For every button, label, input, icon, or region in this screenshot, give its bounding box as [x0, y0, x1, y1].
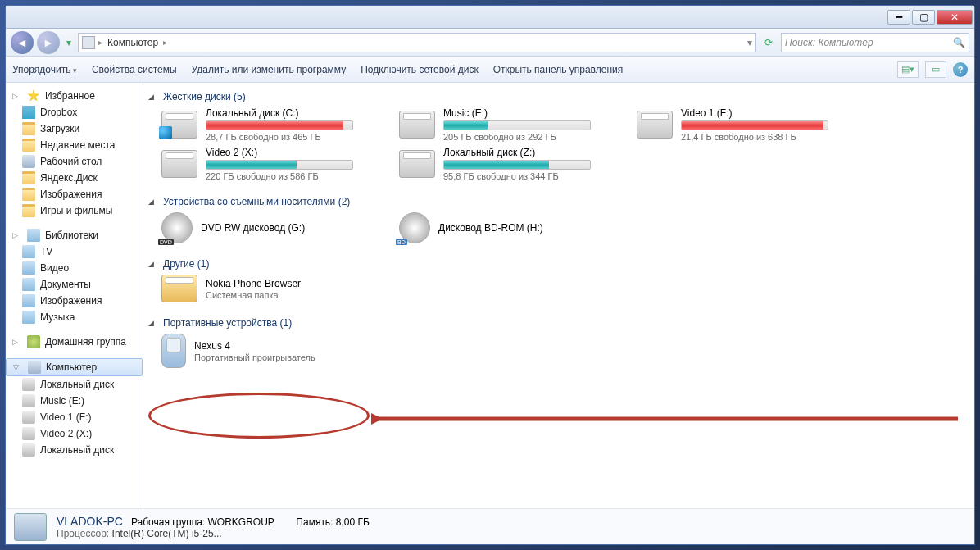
computer-icon	[28, 361, 41, 374]
sidebar-item-documents[interactable]: Документы	[6, 276, 143, 293]
drive-freespace: 220 ГБ свободно из 586 ГБ	[206, 171, 374, 181]
search-placeholder: Поиск: Компьютер	[785, 37, 873, 48]
library-icon	[22, 294, 35, 307]
capacity-bar	[681, 120, 828, 130]
view-options-button[interactable]: ▤▾	[897, 61, 919, 78]
capacity-bar	[443, 120, 591, 130]
search-input[interactable]: Поиск: Компьютер 🔍	[781, 33, 969, 52]
capacity-bar	[443, 160, 591, 170]
item-label: Nexus 4	[194, 340, 374, 352]
folder-icon	[22, 122, 35, 135]
capacity-bar	[206, 160, 353, 170]
annotation-ellipse	[148, 393, 370, 439]
breadcrumb-dropdown-icon[interactable]: ▾	[747, 37, 752, 48]
sidebar-item-recent[interactable]: Недавние места	[6, 137, 143, 153]
item-nokia[interactable]: Nokia Phone Browser Системная папка	[161, 275, 374, 302]
folder-icon	[161, 275, 197, 302]
sidebar-item-pictures[interactable]: Изображения	[6, 186, 143, 202]
sidebar-computer[interactable]: ▽Компьютер	[6, 358, 143, 376]
refresh-button[interactable]: ⟳	[760, 34, 778, 52]
maximize-button[interactable]: ▢	[912, 10, 935, 25]
sidebar-item-dropbox[interactable]: Dropbox	[6, 104, 143, 120]
navigation-pane[interactable]: ▷Избранное Dropbox Загрузки Недавние мес…	[6, 83, 143, 508]
sidebar-item-video[interactable]: Видео	[6, 260, 143, 276]
sidebar-homegroup[interactable]: ▷Домашняя группа	[6, 334, 143, 350]
dvd-icon: DVD	[161, 212, 193, 243]
drive-bd[interactable]: BD Дисковод BD-ROM (H:)	[399, 212, 612, 243]
sidebar-item-tv[interactable]: TV	[6, 243, 143, 260]
organize-menu[interactable]: Упорядочить	[12, 64, 77, 75]
section-hdd[interactable]: ◢Жесткие диски (5)	[148, 88, 966, 107]
back-button[interactable]: ◄	[11, 31, 34, 54]
drive-icon	[161, 111, 197, 139]
dropbox-icon	[22, 106, 35, 119]
sidebar-item-drive-x[interactable]: Video 2 (X:)	[6, 425, 143, 442]
forward-button[interactable]: ►	[37, 31, 60, 54]
folder-icon	[22, 139, 35, 152]
computer-icon	[14, 513, 47, 541]
help-icon[interactable]: ?	[953, 62, 968, 77]
command-toolbar: Упорядочить Свойства системы Удалить или…	[6, 57, 974, 83]
folder-icon	[22, 204, 35, 217]
capacity-bar	[206, 120, 353, 130]
content-pane[interactable]: ◢Жесткие диски (5) Локальный диск (C:) 2…	[143, 83, 974, 508]
library-icon	[22, 261, 35, 275]
breadcrumb[interactable]: ▸ Компьютер ▸ ▾	[78, 33, 756, 52]
folder-icon	[22, 171, 35, 184]
sidebar-item-drive-f[interactable]: Video 1 (F:)	[6, 409, 143, 425]
titlebar: ━ ▢ ✕	[6, 6, 974, 29]
annotation-arrow	[371, 402, 961, 435]
drive-e[interactable]: Music (E:) 205 ГБ свободно из 292 ГБ	[399, 107, 612, 142]
folder-icon	[22, 188, 35, 201]
preview-pane-button[interactable]: ▭	[925, 61, 946, 78]
drive-icon	[22, 427, 35, 440]
sidebar-item-drive-c[interactable]: Локальный диск	[6, 376, 143, 393]
sidebar-item-music[interactable]: Музыка	[6, 309, 143, 325]
drive-label: Локальный диск (C:)	[206, 107, 374, 119]
breadcrumb-location[interactable]: Компьютер	[104, 37, 161, 48]
sidebar-item-desktop[interactable]: Рабочий стол	[6, 153, 143, 170]
section-portable[interactable]: ◢Портативные устройства (1)	[148, 314, 966, 334]
sidebar-libraries[interactable]: ▷Библиотеки	[6, 227, 143, 243]
explorer-window: ━ ▢ ✕ ◄ ► ▾ ▸ Компьютер ▸ ▾ ⟳ Поиск: Ком…	[5, 5, 975, 545]
drive-f[interactable]: Video 1 (F:) 21,4 ГБ свободно из 638 ГБ	[637, 107, 850, 142]
sidebar-item-drive-z[interactable]: Локальный диск	[6, 442, 143, 458]
section-removable[interactable]: ◢Устройства со съемными носителями (2)	[148, 193, 966, 212]
item-subtitle: Портативный проигрыватель	[194, 352, 374, 362]
system-properties-button[interactable]: Свойства системы	[92, 64, 177, 75]
minimize-button[interactable]: ━	[887, 10, 910, 25]
uninstall-program-button[interactable]: Удалить или изменить программу	[192, 64, 347, 75]
homegroup-icon	[27, 335, 40, 348]
sidebar-item-images[interactable]: Изображения	[6, 293, 143, 309]
sidebar-item-drive-e[interactable]: Music (E:)	[6, 393, 143, 409]
library-icon	[22, 278, 35, 291]
sidebar-item-downloads[interactable]: Загрузки	[6, 120, 143, 137]
close-button[interactable]: ✕	[937, 10, 973, 25]
drive-label: Локальный диск (Z:)	[443, 147, 612, 158]
portable-device-icon	[161, 334, 186, 368]
history-dropdown-icon[interactable]: ▾	[63, 37, 75, 48]
sidebar-item-yandexdisk[interactable]: Яндекс.Диск	[6, 170, 143, 186]
sidebar-item-games[interactable]: Игры и фильмы	[6, 202, 143, 219]
drive-c[interactable]: Локальный диск (C:) 28,7 ГБ свободно из …	[161, 107, 374, 142]
breadcrumb-sep-icon[interactable]: ▸	[161, 38, 169, 47]
libraries-icon	[27, 229, 40, 242]
address-bar-row: ◄ ► ▾ ▸ Компьютер ▸ ▾ ⟳ Поиск: Компьютер…	[6, 29, 974, 57]
item-label: Nokia Phone Browser	[206, 278, 374, 289]
sidebar-favorites[interactable]: ▷Избранное	[6, 88, 143, 104]
drive-z[interactable]: Локальный диск (Z:) 95,8 ГБ свободно из …	[399, 147, 612, 181]
drive-freespace: 205 ГБ свободно из 292 ГБ	[443, 132, 612, 142]
drive-x[interactable]: Video 2 (X:) 220 ГБ свободно из 586 ГБ	[161, 147, 374, 181]
drive-icon	[22, 394, 35, 407]
breadcrumb-root-arrow[interactable]: ▸	[97, 38, 104, 47]
map-network-drive-button[interactable]: Подключить сетевой диск	[361, 64, 478, 75]
drive-label: Video 1 (F:)	[681, 107, 850, 119]
open-control-panel-button[interactable]: Открыть панель управления	[493, 64, 624, 75]
drive-dvd[interactable]: DVD DVD RW дисковод (G:)	[161, 212, 374, 243]
section-other[interactable]: ◢Другие (1)	[148, 255, 966, 275]
pc-name: VLADOK-PC	[57, 515, 123, 528]
item-nexus4[interactable]: Nexus 4 Портативный проигрыватель	[161, 334, 374, 368]
drive-label: Video 2 (X:)	[206, 147, 374, 158]
drive-label: Дисковод BD-ROM (H:)	[438, 222, 612, 234]
body: ▷Избранное Dropbox Загрузки Недавние мес…	[6, 83, 974, 508]
